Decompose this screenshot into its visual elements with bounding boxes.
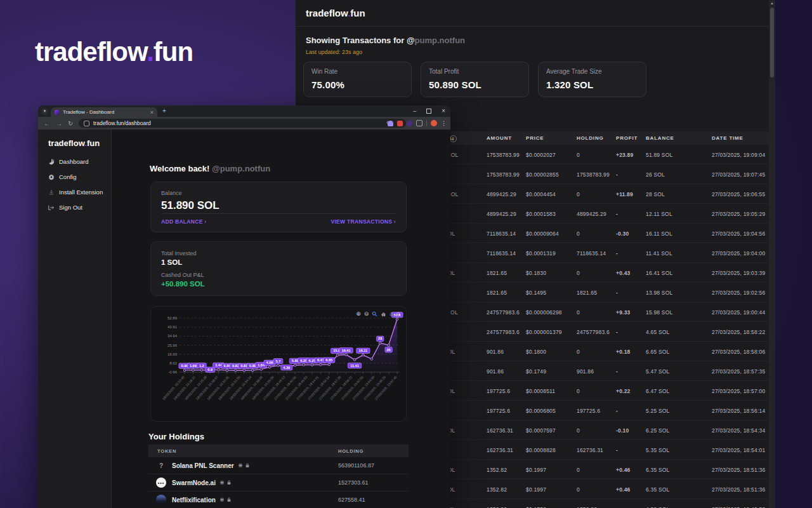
reload-icon[interactable]: ↻: [68, 120, 73, 127]
red-extension-icon[interactable]: [397, 121, 403, 126]
transaction-cell: 27/03/2025, 19:03:39: [712, 270, 765, 276]
sidebar-item-install-extension[interactable]: Install Extension: [48, 189, 111, 196]
transaction-cell: -: [616, 368, 618, 375]
wallet-extension-icon[interactable]: [388, 121, 393, 126]
sidebar-item-dashboard[interactable]: Dashboard: [48, 158, 111, 165]
site-info-icon[interactable]: [84, 121, 89, 126]
transaction-cell: -: [616, 211, 618, 217]
pie-chart-icon: [48, 159, 55, 165]
invested-card: Total Invested 1 SOL Cashed Out P&L +50.…: [150, 241, 407, 296]
browser-navbar: ← → ↻ tradeflow.fun/dashboard ☆ ⋮: [38, 117, 450, 130]
transaction-cell: 0: [577, 427, 580, 434]
transaction-cell: 247577983.6: [487, 329, 520, 335]
browser-tab[interactable]: Tradeflow - Dashboard ×: [51, 107, 157, 117]
stat-value: 75.00%: [311, 79, 403, 90]
transaction-cell: $0.0001583: [526, 211, 556, 217]
transaction-cell: +11.89: [616, 191, 633, 197]
token-site-icon[interactable]: [219, 497, 225, 502]
forward-icon[interactable]: →: [56, 120, 62, 127]
tab-close-icon[interactable]: ×: [150, 109, 154, 116]
tab-favicon-icon: [55, 110, 60, 115]
sidebar-item-label: Dashboard: [59, 158, 88, 165]
svg-text:6.65: 6.65: [325, 358, 332, 362]
transaction-cell: 6.65 SOL: [646, 349, 670, 355]
stat-card-avg-trade-size: Average Trade Size 1.320 SOL: [538, 62, 646, 97]
transaction-cell: 12.11 SOL: [646, 211, 672, 217]
transaction-cell: $0.000006298: [526, 309, 562, 316]
transaction-cell: 4.65 SOL: [646, 329, 670, 335]
transaction-cell: 27/03/2025, 19:04:56: [712, 231, 765, 237]
transaction-cell: 15.98 SOL: [646, 309, 672, 316]
transaction-cell: 13.98 SOL: [646, 290, 672, 296]
tab-search-chevron-icon[interactable]: ▾: [41, 108, 48, 115]
transaction-cell: -: [616, 447, 618, 453]
back-icon[interactable]: ←: [44, 120, 50, 127]
pan-hand-icon[interactable]: [381, 311, 386, 317]
extensions-puzzle-icon[interactable]: [416, 120, 422, 126]
lock-icon[interactable]: [226, 497, 232, 502]
hero-logo: tradeflow.fun: [35, 37, 193, 67]
transaction-cell: 5.47 SOL: [646, 368, 670, 375]
sidebar-item-sign-out[interactable]: Sign Out: [48, 204, 111, 211]
transaction-cell: 51.89 SOL: [646, 152, 672, 158]
transaction-cell: $0.1997: [526, 486, 546, 493]
svg-text:34.94: 34.94: [167, 334, 178, 338]
transaction-cell: 7118635.14: [577, 250, 606, 257]
close-button[interactable]: ×: [442, 107, 445, 114]
sidebar-brand: tradeflow.fun: [48, 138, 111, 148]
hero-brand-prefix: tradeflow: [35, 37, 147, 67]
home-icon[interactable]: ⌂: [390, 311, 393, 317]
lock-icon[interactable]: [245, 463, 250, 468]
chart-menu-icon[interactable]: ≡: [396, 311, 400, 317]
dashboard-main: Welcome back! @pump.notfun Balance 51.89…: [112, 130, 450, 508]
view-transactions-link[interactable]: VIEW TRANSACTIONS ›: [331, 218, 396, 225]
column-header-amount: AMOUNT: [487, 135, 512, 141]
stat-value: 1.320 SOL: [546, 79, 638, 90]
svg-text:6.47: 6.47: [317, 358, 324, 362]
sidebar-item-config[interactable]: Config: [48, 173, 111, 180]
holding-row: ?Solana PNL Scanner563901106.87: [148, 457, 409, 474]
magnifier-icon[interactable]: [372, 311, 377, 317]
column-header-token: TOKEN: [157, 448, 176, 454]
holdings-table-header: TOKEN HOLDING: [148, 444, 409, 457]
token-site-icon[interactable]: [238, 463, 243, 468]
transaction-cell: 901.86: [577, 368, 594, 375]
address-bar[interactable]: tradeflow.fun/dashboard ☆: [79, 119, 406, 128]
svg-text:25.96: 25.96: [167, 344, 178, 347]
info-icon[interactable]: i: [450, 135, 457, 142]
balance-card: Balance 51.890 SOL ADD BALANCE › VIEW TR…: [150, 182, 407, 232]
new-tab-button[interactable]: +: [162, 108, 166, 114]
maximize-button[interactable]: [426, 109, 431, 114]
minimize-button[interactable]: –: [413, 108, 416, 114]
transaction-cell: +0.46: [616, 467, 631, 473]
transaction-cell: $0.0007597: [526, 427, 556, 434]
svg-text:0.89: 0.89: [249, 364, 256, 368]
scrollbar-thumb[interactable]: [770, 8, 774, 77]
scrollbar-up-arrow[interactable]: ▲: [770, 1, 774, 5]
lock-icon[interactable]: [226, 480, 232, 485]
transaction-cell: 17538783.99: [487, 152, 520, 158]
token-site-icon[interactable]: [219, 480, 225, 485]
transaction-cell: $0.1749: [526, 368, 546, 375]
transaction-cell: 6.35 SOL: [646, 486, 670, 493]
panel-brand-suffix: fun: [350, 8, 365, 18]
token-name: Netflixification: [172, 497, 216, 504]
transaction-cell: 27/03/2025, 18:57:00: [712, 388, 765, 394]
transaction-cell: 27/03/2025, 18:58:22: [712, 329, 765, 335]
transaction-cell: +0.46: [616, 486, 631, 493]
transaction-cell: 27/03/2025, 19:05:29: [712, 211, 765, 217]
transaction-cell: 162736.31: [577, 447, 603, 453]
panel-scrollbar[interactable]: ▲: [769, 0, 775, 508]
welcome-text: Welcome back!: [150, 164, 209, 173]
sign-out-icon: [48, 204, 55, 211]
purple-extension-icon[interactable]: [407, 121, 412, 126]
browser-menu-icon[interactable]: ⋮: [441, 120, 447, 126]
svg-text:11.41: 11.41: [350, 364, 359, 368]
svg-text:6.25: 6.25: [309, 359, 316, 363]
transaction-cell: 4899425.29: [577, 211, 606, 217]
profile-avatar[interactable]: [431, 120, 437, 126]
zoom-in-icon[interactable]: ⊕: [356, 311, 361, 317]
zoom-out-icon[interactable]: ⊖: [364, 311, 369, 317]
add-balance-link[interactable]: ADD BALANCE ›: [161, 218, 206, 225]
welcome-heading: Welcome back! @pump.notfun: [150, 164, 270, 173]
